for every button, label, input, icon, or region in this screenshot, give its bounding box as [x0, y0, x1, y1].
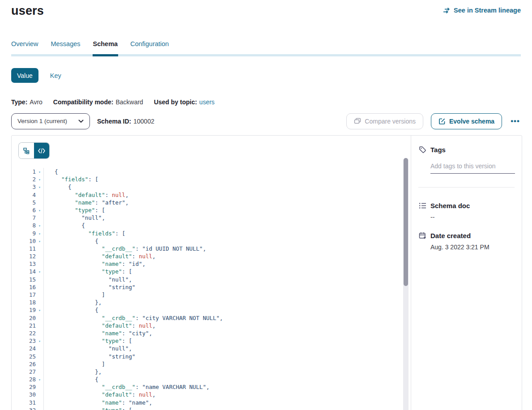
fold-toggle-icon[interactable]: ▾	[36, 376, 43, 383]
code-line[interactable]: 25 "string"	[19, 353, 411, 360]
code-line[interactable]: 1▾{	[19, 168, 411, 175]
fold-spacer	[36, 245, 43, 252]
line-number: 11	[19, 245, 36, 252]
code-line[interactable]: 3▾ {	[19, 183, 411, 191]
tab-schema[interactable]: Schema	[93, 40, 118, 49]
code-text: "name": "name",	[43, 399, 411, 406]
fold-spacer	[36, 345, 43, 352]
fold-spacer	[36, 314, 43, 322]
code-text: "__crdb__": "city VARCHAR NOT NULL",	[43, 314, 411, 322]
code-line[interactable]: 19▾ {	[19, 306, 411, 314]
fold-spacer	[36, 391, 43, 398]
fold-spacer	[36, 276, 43, 283]
code-line[interactable]: 12 "default": null,	[19, 252, 411, 260]
code-line[interactable]: 32▾ "type": [	[19, 406, 411, 410]
code-text: {	[43, 222, 411, 229]
code-line[interactable]: 13 "name": "id",	[19, 260, 411, 268]
tab-messages[interactable]: Messages	[51, 40, 80, 49]
code-line[interactable]: 15 "null",	[19, 276, 411, 283]
code-line[interactable]: 29 "__crdb__": "name VARCHAR NULL",	[19, 383, 411, 391]
fold-toggle-icon[interactable]: ▾	[36, 230, 43, 237]
version-select[interactable]: Version 1 (current)	[11, 113, 90, 129]
fold-spacer	[36, 353, 43, 360]
topic-link[interactable]: users	[199, 98, 214, 106]
code-text: "type": [	[43, 406, 411, 410]
code-line[interactable]: 7 "null",	[19, 214, 411, 222]
fold-toggle-icon[interactable]: ▾	[36, 306, 43, 314]
version-bar: Version 1 (current) Schema ID: 100002 Co…	[11, 113, 521, 129]
more-options-button[interactable]: •••	[510, 117, 521, 126]
code-line[interactable]: 20 "__crdb__": "city VARCHAR NOT NULL",	[19, 314, 411, 322]
code-line[interactable]: 28▾ {	[19, 376, 411, 383]
fold-spacer	[36, 299, 43, 306]
code-line[interactable]: 24 "null",	[19, 345, 411, 352]
code-line[interactable]: 11 "__crdb__": "id UUID NOT NULL",	[19, 245, 411, 252]
code-text: "string"	[43, 283, 411, 291]
code-text: },	[43, 299, 411, 306]
code-line[interactable]: 14▾ "type": [	[19, 268, 411, 275]
code-text: "default": null,	[43, 191, 411, 199]
code-text: "type": [	[43, 206, 411, 214]
value-tab-button[interactable]: Value	[11, 68, 38, 83]
value-key-toggle: Value Key	[11, 68, 61, 83]
tab-bar: Overview Messages Schema Configuration	[11, 40, 521, 56]
chevron-down-icon	[78, 120, 84, 123]
line-number: 8	[19, 222, 36, 229]
code-text: "null",	[43, 276, 411, 283]
line-number: 12	[19, 252, 36, 260]
fold-toggle-icon[interactable]: ▾	[36, 268, 43, 275]
line-number: 5	[19, 199, 36, 206]
fold-toggle-icon[interactable]: ▾	[36, 406, 43, 410]
code-line[interactable]: 2▾ "fields": [	[19, 175, 411, 183]
line-number: 26	[19, 360, 36, 368]
compare-versions-button[interactable]: Compare versions	[346, 113, 423, 129]
editor-scrollbar-track[interactable]	[403, 158, 409, 410]
code-line[interactable]: 4 "default": null,	[19, 191, 411, 199]
see-in-stream-lineage-link[interactable]: See in Stream lineage	[443, 7, 521, 14]
add-tags-input[interactable]	[430, 161, 515, 174]
tab-underline-track	[11, 54, 521, 56]
line-number: 17	[19, 291, 36, 299]
code-line[interactable]: 23▾ "type": [	[19, 337, 411, 345]
key-tab-link[interactable]: Key	[50, 72, 61, 79]
code-line[interactable]: 9▾ "fields": [	[19, 230, 411, 237]
tab-configuration[interactable]: Configuration	[130, 40, 169, 49]
fold-toggle-icon[interactable]: ▾	[36, 168, 43, 175]
tree-view-button[interactable]	[19, 143, 34, 158]
fold-toggle-icon[interactable]: ▾	[36, 337, 43, 345]
fold-toggle-icon[interactable]: ▾	[36, 175, 43, 183]
fold-spacer	[36, 214, 43, 222]
evolve-schema-button[interactable]: Evolve schema	[431, 113, 502, 129]
line-number: 6	[19, 206, 36, 214]
code-line[interactable]: 17 ]	[19, 291, 411, 299]
code-line[interactable]: 30 "default": null,	[19, 391, 411, 398]
fold-toggle-icon[interactable]: ▾	[36, 206, 43, 214]
code-lines[interactable]: 1▾{2▾ "fields": [3▾ {4 "default": null,5…	[19, 168, 411, 410]
edit-icon	[438, 118, 446, 125]
code-line[interactable]: 21 "default": null,	[19, 322, 411, 329]
code-line[interactable]: 18 },	[19, 299, 411, 306]
code-line[interactable]: 22 "name": "city",	[19, 329, 411, 337]
line-number: 4	[19, 191, 36, 199]
code-line[interactable]: 26 ]	[19, 360, 411, 368]
line-number: 28	[19, 376, 36, 383]
line-number: 23	[19, 337, 36, 345]
tab-overview[interactable]: Overview	[11, 40, 38, 49]
code-line[interactable]: 27 },	[19, 368, 411, 376]
code-line[interactable]: 16 "string"	[19, 283, 411, 291]
code-line[interactable]: 31 "name": "name",	[19, 399, 411, 406]
code-view-button[interactable]	[34, 143, 49, 158]
page-title: users	[11, 4, 44, 18]
fold-toggle-icon[interactable]: ▾	[36, 222, 43, 229]
fold-toggle-icon[interactable]: ▾	[36, 237, 43, 245]
editor-scrollbar-thumb[interactable]	[404, 158, 408, 286]
fold-spacer	[36, 322, 43, 329]
code-line[interactable]: 5 "name": "after",	[19, 199, 411, 206]
line-number: 13	[19, 260, 36, 268]
code-line[interactable]: 6▾ "type": [	[19, 206, 411, 214]
code-line[interactable]: 8▾ {	[19, 222, 411, 229]
code-line[interactable]: 10▾ {	[19, 237, 411, 245]
schema-sidebar: Tags Schema doc --	[411, 136, 522, 410]
fold-toggle-icon[interactable]: ▾	[36, 183, 43, 191]
line-number: 1	[19, 168, 36, 175]
